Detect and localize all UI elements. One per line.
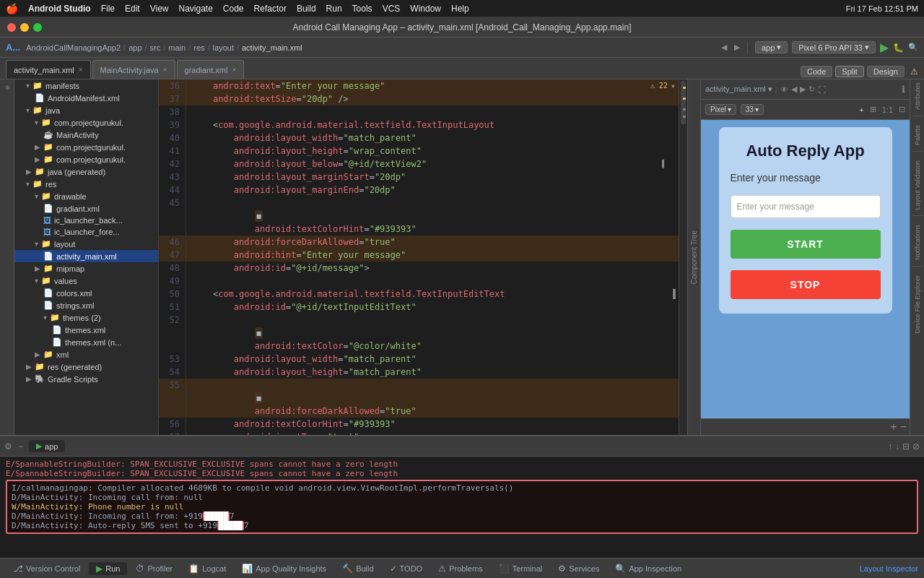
- file-menu[interactable]: File: [101, 4, 115, 14]
- apple-menu[interactable]: 🍎: [6, 3, 18, 14]
- sidebar-item-themes-xml[interactable]: 📄 themes.xml: [14, 324, 158, 336]
- bottom-tab-profiler[interactable]: ⏱ Profiler: [128, 562, 180, 575]
- next-icon[interactable]: ▶: [800, 85, 806, 94]
- sidebar-item-values[interactable]: ▾ 📁 values: [14, 275, 158, 287]
- refresh-icon[interactable]: ↻: [808, 85, 815, 94]
- close-button[interactable]: [7, 23, 16, 32]
- breadcrumb-item-src[interactable]: src: [150, 43, 161, 52]
- run-panel-collapse-icon[interactable]: −: [18, 441, 23, 452]
- eye-icon[interactable]: 👁: [780, 85, 788, 94]
- refactor-menu[interactable]: Refactor: [254, 4, 287, 14]
- vcs-menu[interactable]: VCS: [383, 4, 401, 14]
- sidebar-item-activity-main[interactable]: 📄 activity_main.xml: [14, 250, 158, 262]
- tab-gradiant[interactable]: gradiant.xml ×: [177, 60, 245, 79]
- run-panel-settings-icon[interactable]: ⚙: [4, 441, 12, 452]
- code-view-button[interactable]: Code: [801, 66, 832, 77]
- code-menu[interactable]: Code: [223, 4, 244, 14]
- palette-label[interactable]: Palette: [914, 125, 921, 145]
- sidebar-item-themes[interactable]: ▾ 📁 themes (2): [14, 311, 158, 324]
- sidebar-item-res[interactable]: ▾ 📁 res: [14, 178, 158, 190]
- sidebar-item-pkg2[interactable]: ▶ 📁 com.projectgurukul.: [14, 141, 158, 153]
- editor-scrollbar[interactable]: [679, 79, 687, 435]
- run-tab-app[interactable]: ▶ app: [29, 440, 65, 452]
- help-menu[interactable]: Help: [451, 4, 469, 14]
- sidebar-item-pkg1[interactable]: ▾ 📁 com.projectgurukul.: [14, 116, 158, 129]
- run-log-content[interactable]: E/SpannableStringBuilder: SPAN_EXCLUSIVE…: [0, 457, 924, 558]
- sidebar-item-colors[interactable]: 📄 colors.xml: [14, 287, 158, 299]
- attributes-label[interactable]: Attributes: [914, 82, 921, 110]
- layout-inspector-button[interactable]: Layout Inspector: [860, 564, 918, 573]
- bottom-tab-logcat[interactable]: 📋 Logcat: [181, 562, 233, 575]
- bottom-tab-todo[interactable]: ✓ TODO: [383, 562, 430, 575]
- breadcrumb-item-file[interactable]: activity_main.xml: [242, 43, 302, 52]
- run-panel-filter-icon[interactable]: ⊟: [902, 441, 910, 452]
- notifications-label[interactable]: Notifications: [914, 225, 921, 260]
- breadcrumb-item-res[interactable]: res: [193, 43, 204, 52]
- sidebar-item-xml[interactable]: ▶ 📁 xml: [14, 348, 158, 361]
- breadcrumb-item-main[interactable]: main: [168, 43, 186, 52]
- sidebar-item-gradle[interactable]: ▶ 🐘 Gradle Scripts: [14, 373, 158, 385]
- bottom-tab-app-quality[interactable]: 📊 App Quality Insights: [235, 562, 334, 575]
- layout-validation-label[interactable]: Layout Validation: [914, 160, 921, 210]
- maximize-button[interactable]: [33, 23, 42, 32]
- zoom-reset[interactable]: 1:1: [882, 105, 893, 114]
- sidebar-item-ic-fore[interactable]: 🖼 ic_launcher_fore...: [14, 226, 158, 238]
- sidebar-item-layout[interactable]: ▾ 📁 layout: [14, 238, 158, 250]
- zoom-fit-icon[interactable]: ⊞: [870, 105, 876, 114]
- nav-back-icon[interactable]: ◀: [721, 43, 727, 52]
- breadcrumb-item-project[interactable]: AndroidCallManagingApp2: [26, 43, 121, 52]
- minimize-button[interactable]: [20, 23, 29, 32]
- edit-menu[interactable]: Edit: [125, 4, 140, 14]
- run-panel-down-icon[interactable]: ↓: [895, 441, 899, 452]
- bottom-tab-services[interactable]: ⚙ Services: [551, 562, 606, 575]
- bottom-tab-version-control[interactable]: ⎇ Version Control: [6, 562, 87, 575]
- sidebar-item-manifests[interactable]: ▾ 📁 manifests: [14, 79, 158, 92]
- device-btn[interactable]: Pixel ▾: [705, 104, 736, 115]
- zoom-out-icon[interactable]: −: [900, 420, 907, 434]
- run-panel-up-icon[interactable]: ↑: [888, 441, 892, 452]
- build-menu[interactable]: Build: [297, 4, 316, 14]
- nav-forward-icon[interactable]: ▶: [734, 43, 740, 52]
- layout-actions-icon[interactable]: ⊡: [899, 105, 905, 114]
- sidebar-item-androidmanifest[interactable]: 📄 AndroidManifest.xml: [14, 92, 158, 104]
- device-dropdown[interactable]: Pixel 6 Pro API 33 ▾: [792, 41, 876, 53]
- device-file-label[interactable]: Device File Explorer: [914, 275, 921, 334]
- api-btn[interactable]: 33 ▾: [741, 104, 764, 115]
- zoom-icon[interactable]: +: [859, 105, 863, 114]
- prev-icon[interactable]: ◀: [791, 85, 797, 94]
- breadcrumb-item-layout[interactable]: layout: [213, 43, 234, 52]
- debug-button[interactable]: 🐛: [893, 43, 904, 53]
- bottom-tab-build[interactable]: 🔨 Build: [335, 562, 380, 575]
- info-icon[interactable]: ℹ: [902, 84, 905, 95]
- run-menu[interactable]: Run: [326, 4, 342, 14]
- sidebar-item-ic-back[interactable]: 🖼 ic_launcher_back...: [14, 215, 158, 226]
- tab-close-activity[interactable]: ×: [79, 66, 83, 74]
- sidebar-item-gradiant[interactable]: 📄 gradiant.xml: [14, 202, 158, 215]
- bottom-tab-app-inspection[interactable]: 🔍 App Inspection: [608, 562, 689, 575]
- sidebar-item-mipmap[interactable]: ▶ 📁 mipmap: [14, 262, 158, 275]
- view-menu[interactable]: View: [150, 4, 169, 14]
- bottom-tab-problems[interactable]: ⚠ Problems: [431, 562, 489, 575]
- run-panel-clear-icon[interactable]: ⊘: [912, 441, 920, 452]
- design-view-button[interactable]: Design: [867, 66, 905, 77]
- component-tree-panel[interactable]: Component Tree: [687, 79, 700, 435]
- split-view-button[interactable]: Split: [835, 66, 863, 77]
- tab-mainactivity[interactable]: MainActivity.java ×: [92, 60, 175, 79]
- fullscreen-icon[interactable]: ⛶: [818, 85, 826, 94]
- bottom-tab-run[interactable]: ▶ Run: [89, 562, 127, 575]
- search-icon[interactable]: 🔍: [908, 43, 918, 52]
- sidebar-item-res-gen[interactable]: ▶ 📁 res (generated): [14, 361, 158, 373]
- window-menu[interactable]: Window: [410, 4, 441, 14]
- sidebar-item-java-gen[interactable]: ▶ 📁 java (generated): [14, 165, 158, 178]
- project-tool-label[interactable]: ≡: [3, 85, 12, 90]
- tab-activity-main[interactable]: activity_main.xml ×: [6, 60, 91, 79]
- bottom-tab-terminal[interactable]: ⬛ Terminal: [492, 562, 550, 575]
- sidebar-item-strings[interactable]: 📄 strings.xml: [14, 299, 158, 311]
- run-button[interactable]: ▶: [880, 40, 889, 54]
- tools-menu[interactable]: Tools: [352, 4, 372, 14]
- navigate-menu[interactable]: Navigate: [178, 4, 212, 14]
- run-config-dropdown[interactable]: app ▾: [755, 41, 788, 53]
- breadcrumb-item-app[interactable]: app: [128, 43, 141, 52]
- tab-close-main[interactable]: ×: [163, 66, 167, 74]
- code-editor[interactable]: 36 android:text="Enter your message" ⚠ 2…: [159, 79, 679, 435]
